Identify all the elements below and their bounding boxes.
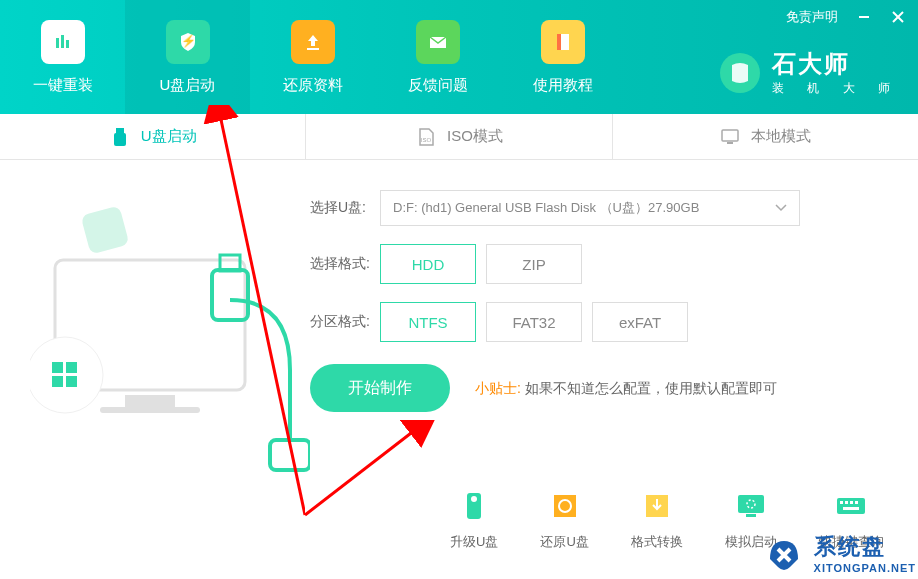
nav-reinstall[interactable]: 一键重装 bbox=[0, 0, 125, 114]
format-option-hdd[interactable]: HDD bbox=[380, 244, 476, 284]
convert-icon bbox=[640, 489, 674, 523]
svg-rect-27 bbox=[845, 501, 848, 504]
partition-option-exfat[interactable]: exFAT bbox=[592, 302, 688, 342]
format-option-zip[interactable]: ZIP bbox=[486, 244, 582, 284]
format-label: 选择格式: bbox=[310, 255, 380, 273]
nav-feedback[interactable]: 反馈问题 bbox=[375, 0, 500, 114]
brand-logo-icon bbox=[718, 51, 762, 95]
watermark-url: XITONGPAN.NET bbox=[814, 562, 916, 574]
local-icon bbox=[719, 126, 741, 148]
iso-icon: ISO bbox=[415, 126, 437, 148]
svg-rect-37 bbox=[270, 440, 310, 470]
close-button[interactable] bbox=[890, 9, 906, 25]
tip-text: 如果不知道怎么配置，使用默认配置即可 bbox=[525, 380, 777, 396]
nav-tutorial[interactable]: 使用教程 bbox=[500, 0, 625, 114]
svg-point-18 bbox=[471, 496, 477, 502]
annotation-arrow-2 bbox=[300, 420, 440, 520]
svg-rect-24 bbox=[746, 514, 756, 517]
svg-rect-26 bbox=[840, 501, 843, 504]
svg-text:⚡: ⚡ bbox=[180, 33, 195, 48]
brand: 石大师 装 机 大 师 bbox=[718, 48, 900, 97]
svg-rect-28 bbox=[850, 501, 853, 504]
upgrade-icon bbox=[457, 489, 491, 523]
tab-usb-boot[interactable]: U盘启动 bbox=[0, 114, 306, 159]
svg-rect-30 bbox=[843, 507, 859, 510]
tool-upgrade-usb[interactable]: 升级U盘 bbox=[450, 489, 498, 551]
svg-rect-16 bbox=[727, 142, 733, 144]
tab-local-mode[interactable]: 本地模式 bbox=[613, 114, 918, 159]
tool-convert[interactable]: 格式转换 bbox=[631, 489, 683, 551]
svg-rect-10 bbox=[557, 34, 561, 50]
hotkey-icon bbox=[834, 489, 868, 523]
partition-option-ntfs[interactable]: NTFS bbox=[380, 302, 476, 342]
svg-rect-29 bbox=[855, 501, 858, 504]
simulate-icon bbox=[734, 489, 768, 523]
minimize-button[interactable] bbox=[856, 9, 872, 25]
svg-rect-5 bbox=[66, 40, 69, 48]
nav-restore[interactable]: 还原资料 bbox=[250, 0, 375, 114]
nav-usb-boot[interactable]: ⚡ U盘启动 bbox=[125, 0, 250, 114]
svg-rect-4 bbox=[61, 35, 64, 48]
svg-rect-3 bbox=[56, 38, 59, 48]
watermark: 系统盘 XITONGPAN.NET bbox=[760, 529, 916, 577]
disclaimer-link[interactable]: 免责声明 bbox=[786, 8, 838, 26]
app-header: 免责声明 一键重装 ⚡ U盘启动 还原资料 反馈问题 使用教程 石大师 装 机 … bbox=[0, 0, 918, 114]
brand-subtitle: 装 机 大 师 bbox=[772, 80, 900, 97]
svg-text:ISO: ISO bbox=[421, 137, 432, 143]
chevron-down-icon bbox=[775, 204, 787, 212]
start-create-button[interactable]: 开始制作 bbox=[310, 364, 450, 412]
svg-rect-12 bbox=[116, 128, 124, 133]
restore-icon bbox=[548, 489, 582, 523]
usb-icon bbox=[109, 126, 131, 148]
upload-icon bbox=[291, 20, 335, 64]
svg-rect-13 bbox=[114, 133, 126, 146]
svg-rect-19 bbox=[554, 495, 576, 517]
svg-line-44 bbox=[305, 430, 415, 515]
usb-select[interactable]: D:F: (hd1) General USB Flash Disk （U盘）27… bbox=[380, 190, 800, 226]
watermark-name: 系统盘 bbox=[814, 532, 916, 562]
svg-rect-25 bbox=[837, 498, 865, 514]
partition-label: 分区格式: bbox=[310, 313, 380, 331]
tab-iso-mode[interactable]: ISO ISO模式 bbox=[306, 114, 612, 159]
tip-label: 小贴士: bbox=[475, 380, 521, 396]
svg-rect-7 bbox=[307, 48, 319, 50]
partition-option-fat32[interactable]: FAT32 bbox=[486, 302, 582, 342]
svg-rect-15 bbox=[722, 130, 738, 141]
brand-name: 石大师 bbox=[772, 48, 900, 80]
shield-icon: ⚡ bbox=[166, 20, 210, 64]
mode-tabs: U盘启动 ISO ISO模式 本地模式 bbox=[0, 114, 918, 160]
book-icon bbox=[541, 20, 585, 64]
bars-icon bbox=[41, 20, 85, 64]
svg-rect-22 bbox=[738, 495, 764, 513]
watermark-logo-icon bbox=[760, 529, 808, 577]
tool-restore-usb[interactable]: 还原U盘 bbox=[540, 489, 588, 551]
usb-select-label: 选择U盘: bbox=[310, 199, 380, 217]
mail-icon bbox=[416, 20, 460, 64]
